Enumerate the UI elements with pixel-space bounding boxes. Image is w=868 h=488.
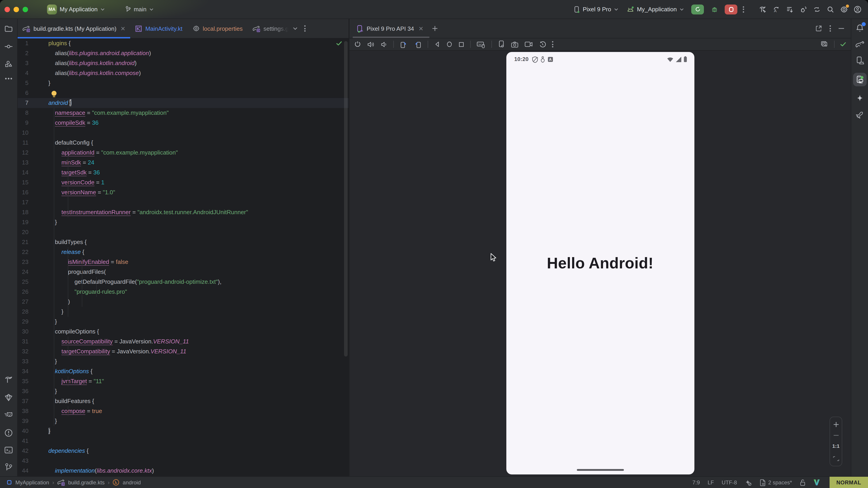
ui-check-icon[interactable] bbox=[820, 41, 829, 48]
maximize-window-button[interactable] bbox=[23, 6, 28, 12]
editor-scrollbar[interactable] bbox=[344, 41, 348, 357]
keyboard-input-icon[interactable] bbox=[476, 40, 486, 48]
logcat-icon[interactable] bbox=[4, 411, 13, 420]
code-line[interactable]: 20 bbox=[18, 227, 348, 237]
breadcrumb-project[interactable]: MyApplication bbox=[16, 479, 49, 486]
attach-debugger-icon[interactable] bbox=[799, 5, 807, 13]
zoom-in-icon[interactable] bbox=[833, 422, 839, 427]
code-line[interactable]: 6 bbox=[18, 88, 348, 98]
tab-options-kebab[interactable] bbox=[301, 19, 309, 38]
code-line[interactable]: 41 bbox=[18, 436, 348, 446]
close-device-tab-icon[interactable]: ✕ bbox=[418, 25, 424, 32]
code-line[interactable]: 4 alias(libs.plugins.kotlin.compose) bbox=[18, 68, 348, 78]
code-line[interactable]: 43 bbox=[18, 456, 348, 466]
code-line[interactable]: 44 implementation(libs.androidx.core.ktx… bbox=[18, 466, 348, 476]
code-line[interactable]: 33 } bbox=[18, 357, 348, 366]
code-line[interactable]: 8 namespace = "com.example.myapplication… bbox=[18, 108, 348, 118]
rerun-button[interactable] bbox=[691, 4, 704, 14]
code-editor[interactable]: 1plugins {2 alias(libs.plugins.android.a… bbox=[18, 38, 348, 476]
back-icon[interactable] bbox=[434, 41, 440, 47]
code-line[interactable]: 7android { bbox=[18, 98, 348, 108]
code-line[interactable]: 36 } bbox=[18, 386, 348, 396]
debug-button[interactable] bbox=[709, 4, 719, 14]
code-line[interactable]: 2 alias(libs.plugins.android.application… bbox=[18, 48, 348, 58]
code-line[interactable]: 17 bbox=[18, 197, 348, 207]
terminal-icon[interactable] bbox=[4, 446, 13, 454]
code-line[interactable]: 39 } bbox=[18, 416, 348, 426]
code-line[interactable]: 29 } bbox=[18, 317, 348, 327]
volume-up-icon[interactable] bbox=[367, 41, 375, 48]
code-line[interactable]: 38 compose = true bbox=[18, 406, 348, 416]
project-widget[interactable]: MA My Application bbox=[47, 4, 105, 14]
code-line[interactable]: 24 proguardFiles( bbox=[18, 267, 348, 277]
code-line[interactable]: 28 } bbox=[18, 307, 348, 317]
code-line[interactable]: 15 versionCode = 1 bbox=[18, 177, 348, 188]
code-line[interactable]: 26 "proguard-rules.pro" bbox=[18, 287, 348, 297]
caret-position[interactable]: 7:9 bbox=[692, 479, 700, 486]
volume-down-icon[interactable] bbox=[381, 41, 388, 48]
code-line[interactable]: 3 alias(libs.plugins.kotlin.android) bbox=[18, 58, 348, 68]
tab-local-properties[interactable]: local.properties bbox=[187, 19, 248, 38]
vim-mode-badge[interactable]: NORMAL bbox=[830, 477, 868, 488]
build-hammer-icon[interactable] bbox=[758, 5, 767, 13]
notifications-button[interactable] bbox=[855, 24, 864, 33]
code-line[interactable]: 27 ) bbox=[18, 297, 348, 307]
device-settings-icon[interactable] bbox=[498, 40, 505, 48]
rotate-left-icon[interactable] bbox=[400, 40, 408, 48]
profile-icon[interactable] bbox=[854, 5, 862, 13]
unlocked-icon[interactable] bbox=[800, 479, 806, 486]
code-line[interactable]: 14 targetSdk = 36 bbox=[18, 168, 348, 177]
header-scrollbar-thumb[interactable] bbox=[352, 37, 430, 38]
settings-button[interactable] bbox=[840, 5, 848, 13]
gesture-navigation-bar[interactable] bbox=[577, 469, 624, 471]
tab-build-gradle[interactable]: build.gradle.kts (My Application) ✕ bbox=[18, 19, 130, 38]
more-run-actions-button[interactable] bbox=[743, 6, 744, 12]
code-line[interactable]: 5} bbox=[18, 78, 348, 88]
code-line[interactable]: 42dependencies { bbox=[18, 446, 348, 456]
zoom-out-icon[interactable] bbox=[833, 435, 839, 436]
vim-plugin-icon[interactable] bbox=[813, 479, 820, 486]
panel-options-kebab[interactable] bbox=[830, 25, 831, 32]
zoom-ratio-button[interactable]: 1:1 bbox=[832, 443, 839, 449]
search-everywhere-icon[interactable] bbox=[827, 5, 835, 13]
close-window-button[interactable] bbox=[4, 6, 10, 12]
sync-gradle-icon[interactable] bbox=[813, 5, 821, 13]
apply-changes-icon[interactable]: A bbox=[772, 5, 780, 13]
emulator-more-kebab[interactable] bbox=[552, 41, 553, 47]
tab-mainactivity[interactable]: MainActivity.kt bbox=[130, 19, 187, 38]
screenshot-camera-icon[interactable] bbox=[511, 41, 519, 48]
resource-manager-icon[interactable] bbox=[4, 60, 13, 69]
code-line[interactable]: 25 getDefaultProguardFile("proguard-andr… bbox=[18, 277, 348, 287]
power-icon[interactable] bbox=[354, 41, 361, 48]
device-tab-label[interactable]: Pixel 9 Pro API 34 bbox=[367, 25, 414, 32]
code-line[interactable]: 21 buildTypes { bbox=[18, 237, 348, 247]
project-folder-icon[interactable] bbox=[4, 24, 13, 33]
hide-panel-icon[interactable] bbox=[838, 28, 844, 29]
code-line[interactable]: 23 isMinifyEnabled = false bbox=[18, 257, 348, 267]
screen-record-icon[interactable] bbox=[524, 41, 533, 47]
code-line[interactable]: 22 release { bbox=[18, 247, 348, 257]
version-control-icon[interactable] bbox=[4, 463, 13, 472]
device-manager-icon[interactable] bbox=[855, 56, 865, 65]
home-icon[interactable] bbox=[446, 41, 453, 47]
code-line[interactable]: 30 compileOptions { bbox=[18, 327, 348, 337]
running-devices-button-active[interactable] bbox=[853, 73, 866, 86]
vcs-branch-widget[interactable]: main bbox=[125, 6, 154, 13]
code-line[interactable]: 31 sourceCompatibility = JavaVersion.VER… bbox=[18, 337, 348, 347]
tab-settings-gradle[interactable]: settings.g bbox=[248, 19, 289, 38]
device-selector[interactable]: Pixel 9 Pro bbox=[573, 6, 618, 13]
code-line[interactable]: 34 kotlinOptions { bbox=[18, 366, 348, 377]
overview-icon[interactable] bbox=[458, 41, 464, 47]
app-insights-plane-icon[interactable] bbox=[855, 111, 865, 120]
code-line[interactable]: 19 } bbox=[18, 217, 348, 227]
build-tool-window-icon[interactable] bbox=[4, 376, 13, 385]
code-line[interactable]: 40} bbox=[18, 426, 348, 436]
code-line[interactable]: 16 versionName = "1.0" bbox=[18, 188, 348, 197]
device-screen[interactable]: 10:20 A Hello Android! bbox=[506, 52, 694, 475]
code-line[interactable]: 10 bbox=[18, 128, 348, 138]
breadcrumb-file[interactable]: build.gradle.kts bbox=[68, 479, 104, 486]
code-line[interactable]: 35 jvmTarget = "11" bbox=[18, 377, 348, 386]
code-line[interactable]: 18 testInstrumentationRunner = "androidx… bbox=[18, 207, 348, 217]
assistant-sparkle-icon[interactable] bbox=[856, 94, 864, 103]
ai-assist-disabled-icon[interactable] bbox=[745, 479, 752, 486]
